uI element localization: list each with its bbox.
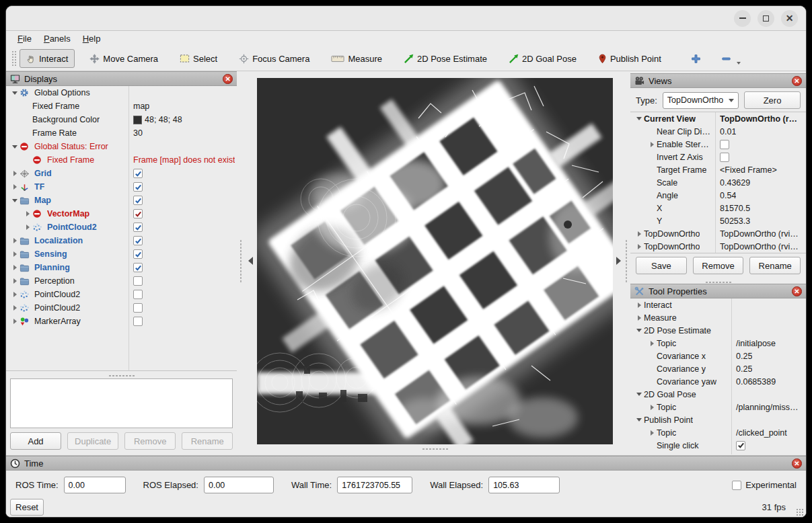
- tree-row-enable-ster[interactable]: Enable Ster…: [630, 138, 806, 151]
- tool-button-add-tool-icon[interactable]: [686, 49, 706, 68]
- expander-closed-icon[interactable]: [634, 303, 644, 308]
- tree-row-fixed-frame[interactable]: Fixed FrameFrame [map] does not exist: [6, 153, 237, 167]
- tree-row-value[interactable]: TopDownOrtho (rvi…: [720, 229, 799, 239]
- tree-row-topdownortho[interactable]: TopDownOrthoTopDownOrtho (rvi…: [630, 240, 806, 253]
- view-type-dropdown[interactable]: TopDownOrtho (rv: [663, 92, 739, 109]
- tree-row-invert-z-axis[interactable]: Invert Z Axis: [630, 151, 806, 163]
- menu-item-help[interactable]: Help: [77, 32, 107, 45]
- menu-item-file[interactable]: File: [11, 32, 38, 45]
- expander-closed-icon[interactable]: [10, 278, 20, 284]
- tree-row-value[interactable]: Frame [map] does not exist: [133, 155, 235, 165]
- checkbox[interactable]: [133, 182, 143, 192]
- expander-open-icon[interactable]: [634, 393, 644, 396]
- tree-row-global-options[interactable]: Global Options: [6, 86, 237, 99]
- left-panel-splitter[interactable]: [237, 71, 257, 455]
- tree-row-current-view[interactable]: Current ViewTopDownOrtho (r…: [630, 112, 806, 125]
- expander-closed-icon[interactable]: [634, 231, 644, 237]
- tree-column-divider[interactable]: [128, 86, 129, 370]
- tree-row-global-status-error[interactable]: Global Status: Error: [6, 140, 237, 153]
- tree-row-sensing[interactable]: Sensing: [6, 247, 237, 261]
- remove-button[interactable]: Remove: [124, 432, 176, 450]
- tree-row-pointcloud2[interactable]: PointCloud2: [6, 288, 237, 301]
- checkbox[interactable]: [720, 140, 729, 149]
- tool-button-publish-point[interactable]: Publish Point: [591, 49, 668, 68]
- wall-time-input[interactable]: [337, 477, 412, 493]
- menu-item-panels[interactable]: Panels: [38, 32, 77, 45]
- panel-close-icon[interactable]: ✕: [792, 286, 802, 296]
- checkbox[interactable]: [720, 153, 729, 162]
- expander-closed-icon[interactable]: [10, 238, 20, 243]
- tree-row-near-clip-di[interactable]: Near Clip Di…0.01: [630, 125, 806, 138]
- tree-row-topic[interactable]: Topic/clicked_point: [630, 426, 806, 439]
- tree-row-x[interactable]: X81570.5: [630, 202, 806, 214]
- minimize-button[interactable]: [734, 10, 751, 27]
- checkbox[interactable]: [133, 303, 143, 313]
- expander-open-icon[interactable]: [10, 199, 20, 202]
- tree-row-value[interactable]: 0.25: [736, 352, 752, 361]
- tree-row-localization[interactable]: Localization: [6, 234, 237, 247]
- checkbox[interactable]: [133, 263, 143, 272]
- splitter[interactable]: [630, 278, 806, 284]
- wall-elapsed-input[interactable]: [488, 477, 560, 493]
- save-button[interactable]: Save: [636, 257, 687, 274]
- tree-row-publish-point[interactable]: Publish Point: [630, 413, 806, 426]
- tool-button-select[interactable]: Select: [173, 49, 224, 68]
- toolbar-drag-handle[interactable]: [11, 50, 17, 67]
- expander-closed-icon[interactable]: [647, 430, 657, 436]
- tree-row-value[interactable]: TopDownOrtho (rvi…: [720, 242, 799, 251]
- checkbox[interactable]: [736, 441, 745, 450]
- tree-row-value[interactable]: <Fixed Frame>: [720, 165, 777, 175]
- duplicate-button[interactable]: Duplicate: [67, 432, 118, 450]
- panel-close-icon[interactable]: ✕: [223, 74, 233, 84]
- tree-row-value[interactable]: /planning/miss…: [736, 403, 798, 412]
- tool-button-remove-tool-icon[interactable]: [716, 49, 746, 68]
- checkbox[interactable]: [133, 249, 143, 259]
- tree-row-value[interactable]: 50253.3: [720, 216, 750, 226]
- tree-row-covariance-x[interactable]: Covariance x0.25: [630, 350, 806, 362]
- tool-button-focus-camera[interactable]: Focus Camera: [232, 49, 316, 68]
- bottom-splitter[interactable]: [257, 444, 613, 455]
- tree-row-grid[interactable]: Grid: [6, 167, 237, 180]
- tool-button-2d-pose-estimate[interactable]: 2D Pose Estimate: [397, 49, 494, 68]
- rename-button[interactable]: Rename: [749, 257, 801, 274]
- collapse-left-icon[interactable]: [248, 257, 253, 265]
- close-button[interactable]: ✕: [781, 10, 798, 27]
- expander-closed-icon[interactable]: [10, 251, 20, 257]
- expander-open-icon[interactable]: [634, 418, 644, 421]
- expander-closed-icon[interactable]: [10, 305, 20, 311]
- tree-row-covariance-y[interactable]: Covariance y0.25: [630, 362, 806, 375]
- tool-button-measure[interactable]: Measure: [324, 49, 389, 68]
- checkbox[interactable]: [133, 169, 143, 178]
- tree-row-angle[interactable]: Angle0.54: [630, 189, 806, 202]
- tree-row-covariance-yaw[interactable]: Covariance yaw0.0685389: [630, 375, 806, 388]
- tree-row-topic[interactable]: Topic/initialpose: [630, 337, 806, 350]
- expander-open-icon[interactable]: [634, 329, 644, 332]
- tree-row-value[interactable]: 0.25: [736, 364, 752, 374]
- tree-row-value[interactable]: 81570.5: [720, 204, 750, 213]
- expander-closed-icon[interactable]: [647, 405, 657, 410]
- tree-row-vectormap[interactable]: VectorMap: [6, 207, 237, 220]
- tree-row-frame-rate[interactable]: Frame Rate30: [6, 126, 237, 140]
- 3d-viewport[interactable]: [257, 78, 613, 444]
- tree-row-value[interactable]: /initialpose: [736, 339, 776, 348]
- tree-row-tf[interactable]: TF: [6, 180, 237, 194]
- expander-closed-icon[interactable]: [10, 319, 20, 324]
- zero-button[interactable]: Zero: [744, 91, 801, 109]
- checkbox[interactable]: [133, 236, 143, 245]
- panel-close-icon[interactable]: ✕: [792, 76, 802, 86]
- reset-button[interactable]: Reset: [10, 499, 44, 516]
- expander-closed-icon[interactable]: [10, 184, 20, 190]
- expander-closed-icon[interactable]: [634, 315, 644, 321]
- tree-row-background-color[interactable]: Background Color48; 48; 48: [6, 113, 237, 126]
- tree-row-y[interactable]: Y50253.3: [630, 214, 806, 227]
- expander-closed-icon[interactable]: [23, 211, 32, 216]
- tree-row-markerarray[interactable]: MarkerArray: [6, 315, 237, 328]
- color-swatch[interactable]: [133, 116, 142, 124]
- tree-row-2d-pose-estimate[interactable]: 2D Pose Estimate: [630, 324, 806, 337]
- expander-closed-icon[interactable]: [634, 244, 644, 249]
- checkbox[interactable]: [133, 223, 143, 232]
- tree-row-value[interactable]: 30: [133, 128, 143, 138]
- checkbox[interactable]: [133, 276, 143, 286]
- tool-button-interact[interactable]: Interact: [20, 49, 75, 68]
- tool-button-2d-goal-pose[interactable]: 2D Goal Pose: [502, 49, 583, 68]
